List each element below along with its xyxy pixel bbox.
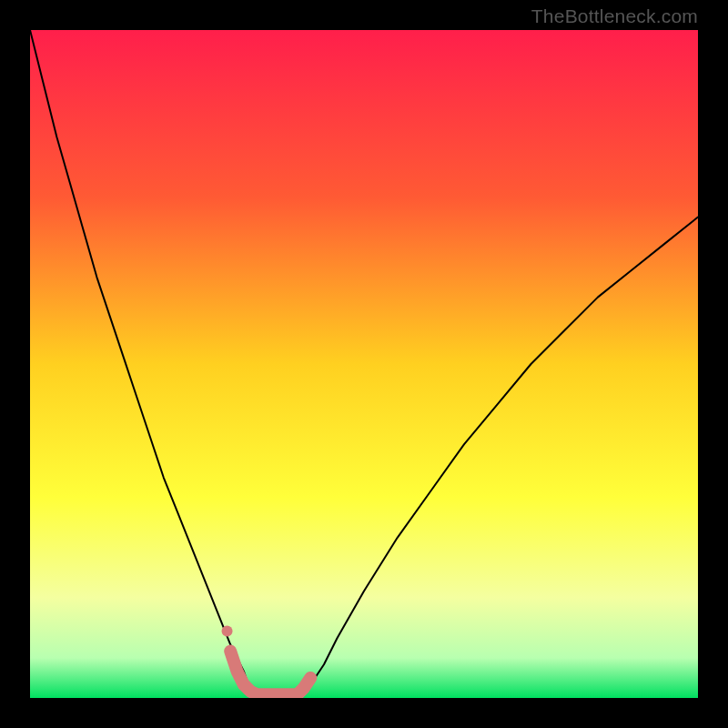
highlight-dot xyxy=(222,626,233,637)
plot-area xyxy=(30,30,698,698)
bottleneck-chart xyxy=(30,30,698,698)
watermark-text: TheBottleneck.com xyxy=(531,5,698,27)
outer-frame: TheBottleneck.com xyxy=(0,0,728,728)
gradient-background xyxy=(30,30,698,698)
